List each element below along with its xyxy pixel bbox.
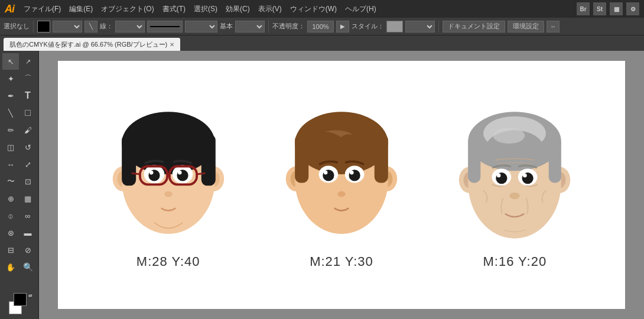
rect-tool[interactable]: □ [19,105,36,121]
zoom-tool[interactable]: 🔍 [19,259,36,275]
tool-row-12: ⊟ ⊘ [2,242,36,258]
tool-row-1: ↖ ↗ [2,53,36,70]
style-preview[interactable] [386,21,403,32]
tool-row-8: 〜 ⊡ [2,173,36,190]
canvas: M:28 Y:40 [58,61,625,309]
svg-point-32 [324,171,328,175]
pencil-tool[interactable]: ✏ [2,122,19,138]
menu-view[interactable]: 表示(V) [255,3,285,15]
symbol-spray-tool[interactable]: ⊛ [2,224,19,241]
tool-row-6: ◫ ↺ [2,139,36,155]
swap-colors-icon[interactable]: ⇄ [28,293,32,298]
stroke-select[interactable] [115,21,145,32]
stroke-weight-select[interactable] [185,21,217,32]
face-2-svg [277,100,406,248]
menu-effect[interactable]: 効果(C) [222,3,253,15]
type-tool[interactable]: T [19,87,36,104]
selector-tool[interactable]: ↖ [2,53,19,70]
arrange-icon[interactable]: ↔ [547,21,560,32]
svg-rect-7 [201,135,215,186]
opacity-input[interactable] [307,21,334,32]
face-3-label: M:16 Y:20 [483,254,547,269]
menu-object[interactable]: オブジェクト(O) [97,3,157,15]
title-bar: Ai ファイル(F) 編集(E) オブジェクト(O) 書式(T) 選択(S) 効… [0,0,644,18]
shape-builder-tool[interactable]: ⊕ [2,190,19,207]
svg-point-33 [350,171,354,175]
warp-tool[interactable]: 〜 [2,173,19,190]
document-settings-button[interactable]: ドキュメント設定 [443,21,505,32]
tab-bar: 肌色のCMYK値を探す.ai @ 66.67% (RGB/プレビュー) ✕ [0,35,644,51]
menu-window[interactable]: ウィンドウ(W) [287,3,340,15]
app-logo: Ai [5,3,14,15]
reflect-tool[interactable]: ↔ [2,156,19,172]
tool-bottom: ⇄ [9,293,30,317]
gradient-tool[interactable]: ▦ [19,190,36,207]
menu-help[interactable]: ヘルプ(H) [341,3,380,15]
scale-tool[interactable]: ⤢ [19,156,36,172]
svg-line-18 [197,173,205,174]
eraser-tool[interactable]: ◫ [2,139,19,155]
free-transform-tool[interactable]: ⊡ [19,173,36,190]
hand-tool[interactable]: ✋ [2,259,19,275]
stroke-label: 線： [100,22,113,31]
svg-point-44 [493,128,525,144]
separator-1 [33,21,34,32]
paintbrush-tool[interactable]: 🖌 [19,122,36,138]
separator-3 [438,21,439,32]
svg-point-51 [510,193,520,200]
bridge-icon[interactable]: Br [577,2,590,15]
grid-icon[interactable]: ▦ [610,2,623,15]
toolbox: ↖ ↗ ✦ ⌒ ✒ T ╲ □ ✏ 🖌 ◫ ↺ ↔ ⤢ 〜 ⊡ [0,51,39,319]
style-select[interactable] [405,21,435,32]
base-label: 基本 [220,22,233,31]
preferences-button[interactable]: 環境設定 [508,21,544,32]
menu-edit[interactable]: 編集(E) [66,3,96,15]
toolbar: 選択なし ╲ 線： 基本 不透明度： ▶ スタイル： ドキュメント設定 環境設定… [0,18,644,35]
artboard-tool[interactable]: ⊟ [2,242,19,258]
face-1-label: M:28 Y:40 [136,254,200,269]
menu-file[interactable]: ファイル(F) [20,3,64,15]
opacity-arrow[interactable]: ▶ [336,21,349,32]
stroke-line-preview [147,21,183,32]
svg-point-12 [149,171,153,175]
color-swatches[interactable]: ⇄ [9,293,30,314]
opacity-label: 不透明度： [272,22,305,31]
settings-icon[interactable]: ⚙ [626,2,639,15]
style-label: スタイル： [352,22,384,31]
direct-select-tool[interactable]: ↗ [19,53,36,70]
svg-rect-26 [295,135,308,183]
foreground-color-swatch[interactable] [14,293,27,306]
rotate-tool[interactable]: ↺ [19,139,36,155]
document-tab[interactable]: 肌色のCMYK値を探す.ai @ 66.67% (RGB/プレビュー) ✕ [4,38,180,51]
figure-2: M:21 Y:30 [277,100,406,269]
svg-rect-6 [122,135,136,186]
face-1-svg [103,100,233,248]
fill-color-box[interactable] [37,21,50,32]
magic-wand-tool[interactable]: ✦ [2,70,19,87]
svg-point-34 [337,191,345,197]
eyedropper-tool[interactable]: ⌽ [2,207,19,224]
slice-tool[interactable]: ⊘ [19,242,36,258]
fill-select[interactable] [53,21,82,32]
pen-tool[interactable]: ✒ [2,87,19,104]
line-tool[interactable]: ╲ [2,105,19,121]
figure-3: M:16 Y:20 [450,100,580,269]
tool-row-10: ⌽ ∞ [2,207,36,224]
svg-line-17 [131,173,139,174]
tool-row-2: ✦ ⌒ [2,70,36,87]
stock-icon[interactable]: St [593,2,606,15]
stroke-icon[interactable]: ╲ [84,21,97,32]
svg-rect-42 [549,138,561,183]
blend-tool[interactable]: ∞ [19,207,36,224]
menu-bar: ファイル(F) 編集(E) オブジェクト(O) 書式(T) 選択(S) 効果(C… [20,3,380,15]
tab-close-button[interactable]: ✕ [170,41,174,48]
tool-row-7: ↔ ⤢ [2,156,36,172]
menu-select[interactable]: 選択(S) [190,3,221,15]
tool-row-4: ╲ □ [2,105,36,121]
svg-rect-27 [375,135,388,183]
bar-graph-tool[interactable]: ▬ [19,224,36,241]
face-2-label: M:21 Y:30 [310,254,373,269]
lasso-tool[interactable]: ⌒ [19,70,36,87]
menu-type[interactable]: 書式(T) [159,3,189,15]
base-select[interactable] [235,21,265,32]
